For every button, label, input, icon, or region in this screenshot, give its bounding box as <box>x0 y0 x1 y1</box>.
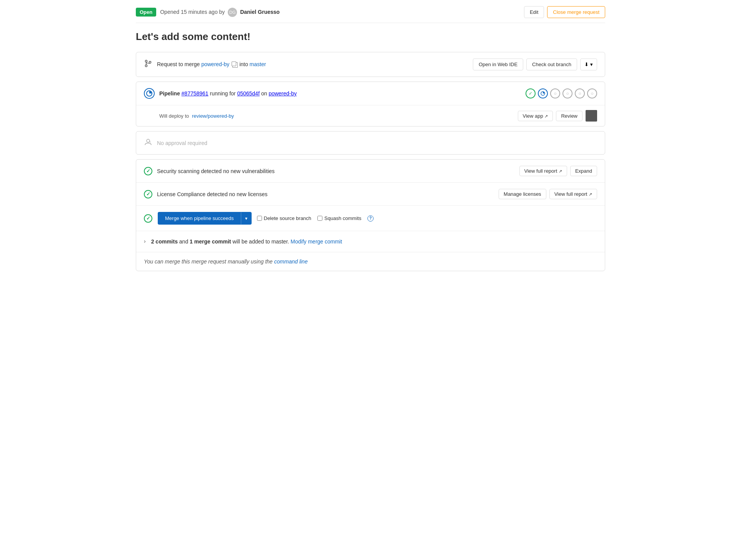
commits-text: 2 commits and 1 merge commit will be add… <box>151 237 342 246</box>
deploy-env-link[interactable]: review/powered-by <box>192 113 234 119</box>
security-check-icon: ✓ <box>144 167 152 175</box>
delete-branch-checkbox-label[interactable]: Delete source branch <box>257 215 312 221</box>
external-link-icon: ↗ <box>559 169 562 173</box>
merge-ready-icon: ✓ <box>144 214 152 223</box>
stage-5-icon[interactable]: ○ <box>575 88 585 98</box>
merge-button-group: Merge when pipeline succeeds ▾ <box>158 212 252 225</box>
merge-text: Request to merge powered-by into master <box>157 61 266 67</box>
avatar: DG <box>228 8 237 17</box>
pipeline-branch-link[interactable]: powered-by <box>269 90 297 97</box>
stage-3-icon[interactable]: ○ <box>550 88 560 98</box>
mr-header: Open Opened 15 minutes ago by DG Daniel … <box>136 6 605 23</box>
copy-icon[interactable] <box>232 62 238 68</box>
open-web-ide-button[interactable]: Open in Web IDE <box>473 58 523 70</box>
commits-row: › 2 commits and 1 merge commit will be a… <box>136 231 605 252</box>
merge-action-row: ✓ Merge when pipeline succeeds ▾ Delete … <box>136 206 605 231</box>
modify-merge-commit-link[interactable]: Modify merge commit <box>290 238 342 245</box>
license-actions: Manage licenses View full report ↗ <box>499 189 597 199</box>
header-meta: Opened 15 minutes ago by DG Daniel Grues… <box>160 8 280 17</box>
external-link-icon: ↗ <box>589 192 592 197</box>
external-link-icon: ↗ <box>544 114 548 118</box>
merge-branches-icon <box>144 59 152 70</box>
security-text: Security scanning detected no new vulner… <box>157 168 275 174</box>
squash-help-icon[interactable]: ? <box>367 215 374 222</box>
pipeline-commit-link[interactable]: 05065d4f <box>237 90 259 97</box>
approval-card: No approval required <box>136 131 605 155</box>
source-branch-link[interactable]: powered-by <box>201 61 229 67</box>
checkout-branch-button[interactable]: Check out branch <box>526 58 577 70</box>
manage-licenses-button[interactable]: Manage licenses <box>499 189 546 199</box>
security-expand-button[interactable]: Expand <box>570 166 597 176</box>
review-button[interactable]: Review <box>556 111 582 121</box>
target-branch-link[interactable]: master <box>250 61 266 67</box>
merge-dropdown-arrow[interactable]: ▾ <box>241 212 252 225</box>
svg-point-0 <box>145 60 147 62</box>
merge-info-card: Request to merge powered-by into master … <box>136 52 605 77</box>
stage-4-icon[interactable]: ○ <box>562 88 572 98</box>
merge-options: Delete source branch Squash commits ? <box>257 215 374 222</box>
dropdown-arrow-icon: ▾ <box>590 62 593 67</box>
close-mr-button[interactable]: Close merge request <box>547 6 605 18</box>
svg-point-1 <box>145 65 147 67</box>
merge-info-actions: Open in Web IDE Check out branch ⬇ ▾ <box>473 58 597 70</box>
svg-point-6 <box>147 139 150 142</box>
delete-branch-checkbox[interactable] <box>257 216 262 221</box>
pipeline-id-link[interactable]: #87758961 <box>182 90 209 97</box>
cli-row: You can merge this merge request manuall… <box>136 252 605 271</box>
deploy-text: Will deploy to review/powered-by <box>159 113 234 119</box>
stop-review-button[interactable] <box>586 110 597 122</box>
view-app-button[interactable]: View app ↗ <box>518 111 553 121</box>
status-badge: Open <box>136 8 156 17</box>
security-actions: View full report ↗ Expand <box>519 166 597 176</box>
merge-when-pipeline-button[interactable]: Merge when pipeline succeeds <box>158 212 241 225</box>
security-row: ✓ Security scanning detected no new vuln… <box>136 160 605 183</box>
license-row: ✓ License Compliance detected no new lic… <box>136 183 605 206</box>
download-icon: ⬇ <box>584 62 589 67</box>
deploy-actions: View app ↗ Review <box>518 110 597 122</box>
stage-6-icon[interactable]: ○ <box>587 88 597 98</box>
stage-2-icon[interactable] <box>538 88 548 98</box>
approval-icon <box>144 138 152 148</box>
squash-commits-checkbox[interactable] <box>317 216 322 221</box>
mr-title: Let's add some content! <box>136 31 605 43</box>
squash-commits-checkbox-label[interactable]: Squash commits <box>317 215 361 221</box>
pipeline-running-icon <box>144 88 155 99</box>
security-view-report-button[interactable]: View full report ↗ <box>519 166 567 176</box>
merge-checks-card: ✓ Security scanning detected no new vuln… <box>136 159 605 271</box>
approval-text: No approval required <box>157 140 207 146</box>
stage-1-icon[interactable]: ✓ <box>526 88 536 98</box>
pipeline-text: Pipeline #87758961 running for 05065d4f … <box>159 90 297 97</box>
license-check-icon: ✓ <box>144 190 152 198</box>
pipeline-stages: ✓ ○ ○ ○ ○ <box>526 88 597 98</box>
commits-expand-chevron[interactable]: › <box>144 238 146 244</box>
license-view-report-button[interactable]: View full report ↗ <box>549 189 597 199</box>
edit-button[interactable]: Edit <box>524 6 544 18</box>
pipeline-card: Pipeline #87758961 running for 05065d4f … <box>136 82 605 127</box>
license-text: License Compliance detected no new licen… <box>157 191 267 197</box>
download-button[interactable]: ⬇ ▾ <box>580 58 597 70</box>
command-line-link[interactable]: command line <box>274 258 308 265</box>
header-actions: Edit Close merge request <box>524 6 605 18</box>
